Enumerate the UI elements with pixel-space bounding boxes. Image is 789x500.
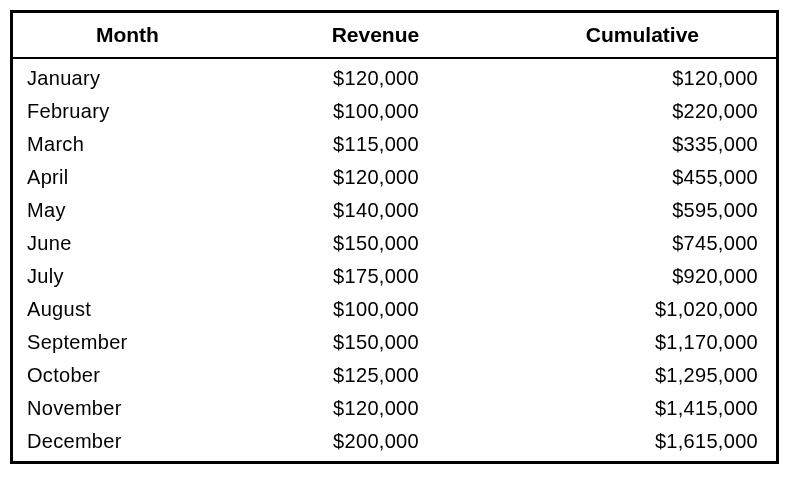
table-row: July $175,000 $920,000 bbox=[13, 260, 776, 293]
table-row: August $100,000 $1,020,000 bbox=[13, 293, 776, 326]
cell-cumulative: $335,000 bbox=[509, 128, 776, 161]
column-header-cumulative: Cumulative bbox=[509, 13, 776, 58]
cell-cumulative: $595,000 bbox=[509, 194, 776, 227]
revenue-table: Month Revenue Cumulative January $120,00… bbox=[13, 13, 776, 461]
cell-month: July bbox=[13, 260, 242, 293]
table-row: December $200,000 $1,615,000 bbox=[13, 425, 776, 461]
table-row: February $100,000 $220,000 bbox=[13, 95, 776, 128]
cell-month: June bbox=[13, 227, 242, 260]
cell-cumulative: $1,295,000 bbox=[509, 359, 776, 392]
cell-month: March bbox=[13, 128, 242, 161]
cell-month: April bbox=[13, 161, 242, 194]
cell-cumulative: $220,000 bbox=[509, 95, 776, 128]
table-row: September $150,000 $1,170,000 bbox=[13, 326, 776, 359]
cell-revenue: $150,000 bbox=[242, 227, 509, 260]
cell-revenue: $100,000 bbox=[242, 95, 509, 128]
table-row: April $120,000 $455,000 bbox=[13, 161, 776, 194]
cell-cumulative: $1,615,000 bbox=[509, 425, 776, 461]
cell-revenue: $120,000 bbox=[242, 161, 509, 194]
cell-month: December bbox=[13, 425, 242, 461]
column-header-month: Month bbox=[13, 13, 242, 58]
cell-month: January bbox=[13, 58, 242, 95]
revenue-table-container: Month Revenue Cumulative January $120,00… bbox=[10, 10, 779, 464]
cell-month: May bbox=[13, 194, 242, 227]
cell-cumulative: $745,000 bbox=[509, 227, 776, 260]
column-header-revenue: Revenue bbox=[242, 13, 509, 58]
cell-month: September bbox=[13, 326, 242, 359]
cell-revenue: $120,000 bbox=[242, 58, 509, 95]
cell-cumulative: $1,170,000 bbox=[509, 326, 776, 359]
table-row: November $120,000 $1,415,000 bbox=[13, 392, 776, 425]
cell-month: November bbox=[13, 392, 242, 425]
cell-revenue: $115,000 bbox=[242, 128, 509, 161]
cell-cumulative: $1,020,000 bbox=[509, 293, 776, 326]
table-row: June $150,000 $745,000 bbox=[13, 227, 776, 260]
cell-revenue: $175,000 bbox=[242, 260, 509, 293]
cell-revenue: $120,000 bbox=[242, 392, 509, 425]
cell-revenue: $140,000 bbox=[242, 194, 509, 227]
table-row: May $140,000 $595,000 bbox=[13, 194, 776, 227]
cell-revenue: $150,000 bbox=[242, 326, 509, 359]
cell-revenue: $125,000 bbox=[242, 359, 509, 392]
cell-month: October bbox=[13, 359, 242, 392]
cell-month: February bbox=[13, 95, 242, 128]
table-header-row: Month Revenue Cumulative bbox=[13, 13, 776, 58]
table-row: October $125,000 $1,295,000 bbox=[13, 359, 776, 392]
table-row: March $115,000 $335,000 bbox=[13, 128, 776, 161]
cell-month: August bbox=[13, 293, 242, 326]
cell-cumulative: $455,000 bbox=[509, 161, 776, 194]
cell-cumulative: $920,000 bbox=[509, 260, 776, 293]
cell-revenue: $200,000 bbox=[242, 425, 509, 461]
cell-cumulative: $120,000 bbox=[509, 58, 776, 95]
cell-cumulative: $1,415,000 bbox=[509, 392, 776, 425]
cell-revenue: $100,000 bbox=[242, 293, 509, 326]
table-row: January $120,000 $120,000 bbox=[13, 58, 776, 95]
